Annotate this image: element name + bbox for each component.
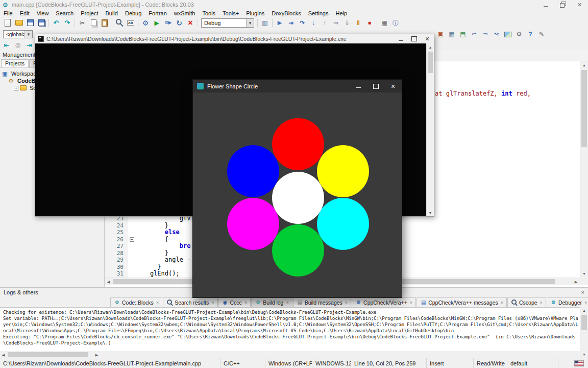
close-icon[interactable] [581, 290, 584, 295]
step-into-icon[interactable] [308, 18, 318, 28]
run-icon[interactable] [152, 18, 162, 28]
scroll-down-icon[interactable] [427, 209, 434, 216]
scroll-up-icon[interactable] [427, 43, 434, 51]
build-target-combo[interactable]: Debug [201, 18, 254, 28]
debug-target-info-icon[interactable] [260, 18, 270, 28]
scroll-left-icon[interactable] [105, 278, 112, 285]
step-into-instruction-icon[interactable] [342, 18, 352, 28]
logs-horizontal-scrollbar[interactable] [0, 351, 100, 358]
log-tab-build-messages[interactable]: Build messages× [293, 297, 351, 307]
glut-titlebar[interactable]: Flower Shape Circle [193, 80, 402, 93]
scroll-up-icon[interactable] [580, 61, 588, 69]
close-tab-icon[interactable]: × [584, 301, 587, 305]
doxy-pencil-icon[interactable] [536, 29, 547, 39]
next-line-icon[interactable] [297, 18, 307, 28]
menu-help[interactable]: Help [332, 9, 351, 17]
menu-edit[interactable]: Edit [16, 9, 33, 17]
close-tab-icon[interactable]: × [211, 301, 214, 305]
scrollbar-thumb[interactable] [8, 352, 88, 357]
minimize-button[interactable] [537, 0, 554, 9]
stop-debugger-icon[interactable] [364, 18, 375, 28]
minimize-button[interactable] [394, 34, 407, 43]
scroll-left-icon[interactable] [0, 351, 7, 358]
close-tab-icon[interactable]: × [156, 301, 159, 305]
doxy-config-icon[interactable] [514, 29, 524, 39]
log-tab-cppcheck-veraplusplus-messages[interactable]: CppCheck/Vera++ messages× [416, 297, 507, 307]
scrollbar-track[interactable] [7, 351, 93, 358]
doxy-doc-block-icon[interactable] [469, 29, 479, 39]
redo-icon[interactable] [62, 18, 72, 28]
scrollbar-track[interactable] [580, 69, 588, 270]
next-instruction-icon[interactable] [331, 18, 341, 28]
build-icon[interactable] [140, 18, 151, 28]
doxy-image-icon[interactable] [503, 29, 513, 39]
scrollbar-track[interactable] [427, 51, 434, 209]
close-tab-icon[interactable]: × [345, 301, 348, 305]
doxy-block-comment-icon[interactable] [480, 29, 491, 39]
doxy-help-icon[interactable] [525, 29, 535, 39]
paste-icon[interactable] [100, 18, 110, 28]
replace-icon[interactable] [126, 18, 136, 28]
scroll-down-icon[interactable] [580, 351, 588, 358]
menu-tools[interactable]: Tools [199, 9, 219, 17]
abort-build-icon[interactable] [185, 18, 195, 28]
copy-icon[interactable] [88, 18, 99, 28]
menu-build[interactable]: Build [102, 9, 121, 17]
scrollbar-track[interactable] [580, 314, 588, 351]
menu-settings[interactable]: Settings [305, 9, 332, 17]
editor-vertical-scrollbar[interactable] [580, 61, 588, 278]
log-tab-cscope[interactable]: Cscope× [507, 297, 546, 307]
close-button[interactable] [571, 0, 588, 9]
various-info-icon[interactable] [390, 18, 401, 28]
log-tab-build-log[interactable]: Build log× [251, 297, 292, 307]
open-file-icon[interactable] [14, 18, 24, 28]
close-tab-icon[interactable]: × [410, 301, 412, 305]
save-file-icon[interactable] [25, 18, 35, 28]
wxsmith-grid-icon[interactable] [447, 29, 457, 39]
scrollbar-thumb[interactable] [581, 315, 587, 330]
scroll-right-icon[interactable] [572, 278, 580, 285]
close-tab-icon[interactable]: × [286, 301, 288, 305]
menu-plugins[interactable]: Plugins [242, 9, 268, 17]
debugging-windows-icon[interactable] [379, 18, 389, 28]
menu-wxsmith[interactable]: wxSmith [170, 9, 199, 17]
wxsmith-window-icon[interactable] [435, 29, 446, 39]
log-tab-cccc[interactable]: Cccc× [218, 297, 251, 307]
menu-view[interactable]: View [33, 9, 53, 17]
restore-button[interactable] [554, 0, 571, 9]
close-button[interactable] [384, 80, 402, 93]
undo-icon[interactable] [51, 18, 61, 28]
goto-forward-icon[interactable] [24, 40, 34, 50]
log-tab-search-results[interactable]: Search results× [163, 297, 217, 307]
menu-project[interactable]: Project [77, 9, 102, 17]
chevron-down-icon[interactable] [246, 19, 254, 27]
doxy-line-comment-icon[interactable] [492, 29, 502, 39]
scroll-up-icon[interactable] [580, 307, 588, 314]
menu-fortran[interactable]: Fortran [145, 9, 170, 17]
menu-toolsplus[interactable]: Tools+ [219, 9, 242, 17]
console-scrollbar[interactable] [426, 43, 434, 216]
run-to-cursor-icon[interactable] [286, 18, 296, 28]
close-tab-icon[interactable]: × [501, 301, 503, 305]
browse-marker-icon[interactable] [13, 40, 23, 50]
goto-back-icon[interactable] [2, 40, 12, 50]
close-tab-icon[interactable]: × [540, 301, 543, 305]
scrollbar-thumb[interactable] [428, 52, 433, 73]
log-tab-debugger[interactable]: Debugger× [547, 297, 588, 307]
build-and-run-icon[interactable] [163, 18, 173, 28]
maximize-button[interactable] [367, 80, 384, 93]
find-icon[interactable] [114, 18, 125, 28]
scrollbar-thumb[interactable] [581, 70, 587, 147]
close-tab-icon[interactable]: × [244, 301, 247, 305]
menu-doxyblocks[interactable]: DoxyBlocks [268, 9, 304, 17]
debug-continue-icon[interactable] [275, 18, 285, 28]
console-titlebar[interactable]: C:\Users\Rizwan\Downloads\CodeBlocks-Fre… [35, 34, 434, 43]
minimize-button[interactable] [350, 80, 367, 93]
menu-search[interactable]: Search [52, 9, 77, 17]
scope-combo[interactable]: <global> [3, 30, 33, 38]
menu-debug[interactable]: Debug [121, 9, 145, 17]
save-all-icon[interactable] [36, 18, 46, 28]
new-file-icon[interactable] [3, 18, 13, 28]
management-tab-projects[interactable]: Projects [1, 59, 29, 67]
doxy-extract-icon[interactable] [458, 29, 468, 39]
